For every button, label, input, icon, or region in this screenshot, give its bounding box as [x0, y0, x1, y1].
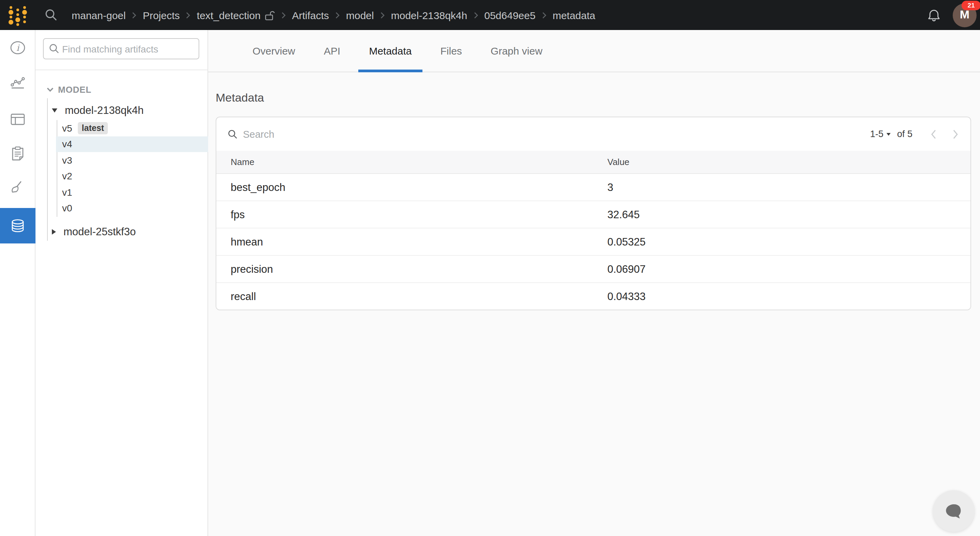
main-content: Overview API Metadata Files Graph view M… — [208, 30, 980, 536]
column-header-name: Name — [231, 157, 254, 167]
table-pagination: 1-5 of 5 — [870, 128, 959, 140]
table-search-input[interactable] — [237, 128, 449, 140]
wandb-dots-logo-icon — [6, 3, 29, 27]
breadcrumb-collection[interactable]: model-2138qk4h — [391, 9, 468, 21]
search-icon — [49, 44, 59, 54]
info-icon: i — [10, 40, 26, 55]
artifact-search-box[interactable] — [43, 38, 199, 59]
table-row: recall 0.04333 — [216, 283, 970, 309]
row-value: 0.04333 — [608, 290, 646, 303]
latest-badge: latest — [78, 122, 108, 134]
breadcrumb: manan-goel Projects text_detection Artif… — [72, 9, 595, 21]
chat-bubble-icon — [943, 501, 964, 521]
breadcrumb-artifacts[interactable]: Artifacts — [292, 9, 329, 21]
version-item-v0[interactable]: v0 — [56, 200, 208, 216]
row-value: 32.645 — [608, 208, 640, 220]
database-icon — [10, 218, 25, 233]
version-label: v5 — [62, 123, 72, 134]
collection-name: model-2138qk4h — [65, 104, 144, 117]
version-label: v4 — [62, 139, 72, 150]
nav-right-controls: M 21 — [927, 3, 980, 27]
tree-type-model[interactable]: MODEL — [35, 82, 208, 97]
tree-type-label: MODEL — [58, 84, 91, 94]
row-name: precision — [231, 263, 273, 275]
row-value: 0.06907 — [608, 263, 646, 275]
version-item-v4-selected[interactable]: v4 — [56, 136, 208, 152]
breadcrumb-separator-icon — [335, 11, 340, 19]
row-name: recall — [231, 290, 256, 303]
chevron-right-icon — [952, 128, 959, 140]
artifact-tabs: Overview API Metadata Files Graph view — [208, 30, 980, 72]
top-nav: manan-goel Projects text_detection Artif… — [0, 0, 980, 30]
user-avatar[interactable]: M 21 — [953, 3, 977, 27]
version-item-v1[interactable]: v1 — [56, 184, 208, 200]
expand-triangle-icon — [52, 229, 56, 235]
breadcrumb-version-hash[interactable]: 05d649ee5 — [484, 9, 535, 21]
breadcrumb-project[interactable]: text_detection — [197, 9, 275, 21]
tab-graph-view[interactable]: Graph view — [491, 30, 542, 72]
table-row: precision 0.06907 — [216, 256, 970, 283]
bell-icon — [927, 8, 941, 22]
global-search-button[interactable] — [45, 9, 57, 21]
version-label: v0 — [62, 203, 72, 214]
version-item-v3[interactable]: v3 — [56, 152, 208, 168]
table-icon — [10, 113, 25, 125]
tab-api[interactable]: API — [324, 30, 340, 72]
row-name: fps — [231, 208, 245, 220]
version-item-v2[interactable]: v2 — [56, 168, 208, 184]
row-value: 3 — [608, 181, 613, 193]
clipboard-icon — [11, 146, 25, 161]
breadcrumb-current-page[interactable]: metadata — [552, 9, 595, 21]
avatar-initial: M — [960, 8, 969, 22]
rail-item-tables[interactable] — [0, 111, 35, 128]
breadcrumb-separator-icon — [473, 11, 478, 19]
breadcrumb-projects[interactable]: Projects — [143, 9, 180, 21]
breadcrumb-separator-icon — [281, 11, 286, 19]
rail-item-reports[interactable] — [0, 144, 35, 162]
tree-collection-25stkf3o[interactable]: model-25stkf3o — [35, 223, 208, 241]
wandb-logo[interactable] — [0, 0, 35, 30]
tree-indent-guide — [47, 98, 48, 241]
caret-down-icon — [887, 133, 891, 136]
collapse-triangle-icon — [52, 108, 57, 113]
tree-collection-2138qk4h[interactable]: model-2138qk4h — [35, 101, 208, 119]
broom-icon — [10, 180, 25, 195]
notifications-button[interactable] — [927, 8, 941, 22]
artifact-browser-panel: MODEL model-2138qk4h v5 latest v4 v3 v2 … — [35, 30, 208, 536]
tab-files[interactable]: Files — [441, 30, 462, 72]
support-chat-button[interactable] — [933, 490, 975, 532]
rail-item-sweeps[interactable] — [0, 179, 35, 197]
breadcrumb-entity[interactable]: manan-goel — [72, 9, 126, 21]
metadata-table-card: 1-5 of 5 — [216, 117, 971, 310]
version-item-v5[interactable]: v5 latest — [56, 120, 208, 136]
page-title: Metadata — [216, 91, 980, 105]
next-page-button[interactable] — [952, 128, 959, 140]
table-row: best_epoch 3 — [216, 174, 970, 201]
rail-item-info[interactable]: i — [0, 39, 35, 57]
row-name: best_epoch — [231, 181, 285, 193]
rail-item-artifacts[interactable] — [0, 208, 35, 243]
version-label: v3 — [62, 155, 72, 166]
tab-metadata[interactable]: Metadata — [369, 30, 412, 72]
notification-count-badge: 21 — [962, 0, 980, 10]
table-row: fps 32.645 — [216, 201, 970, 228]
chevron-down-icon — [46, 87, 54, 92]
tab-overview[interactable]: Overview — [253, 30, 295, 72]
artifact-search-input[interactable] — [59, 43, 199, 54]
breadcrumb-separator-icon — [186, 11, 191, 19]
prev-page-button[interactable] — [930, 128, 937, 140]
page-size-dropdown[interactable]: 1-5 — [870, 129, 891, 139]
table-row: hmean 0.05325 — [216, 228, 970, 256]
table-toolbar: 1-5 of 5 — [216, 117, 970, 151]
svg-text:i: i — [16, 43, 20, 53]
breadcrumb-separator-icon — [380, 11, 385, 19]
version-label: v1 — [62, 187, 72, 198]
row-name: hmean — [231, 236, 263, 248]
panel-divider — [35, 70, 208, 70]
breadcrumb-separator-icon — [541, 11, 546, 19]
search-icon — [228, 129, 237, 139]
breadcrumb-artifact-type[interactable]: model — [346, 9, 374, 21]
rail-item-charts[interactable] — [0, 74, 35, 91]
row-value: 0.05325 — [608, 236, 646, 248]
breadcrumb-separator-icon — [132, 11, 137, 19]
